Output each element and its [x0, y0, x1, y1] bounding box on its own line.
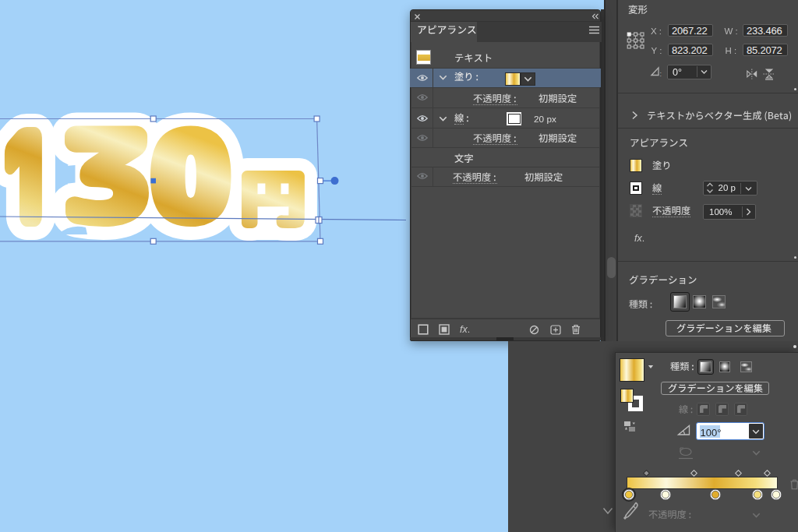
svg-text::: :	[660, 70, 662, 77]
